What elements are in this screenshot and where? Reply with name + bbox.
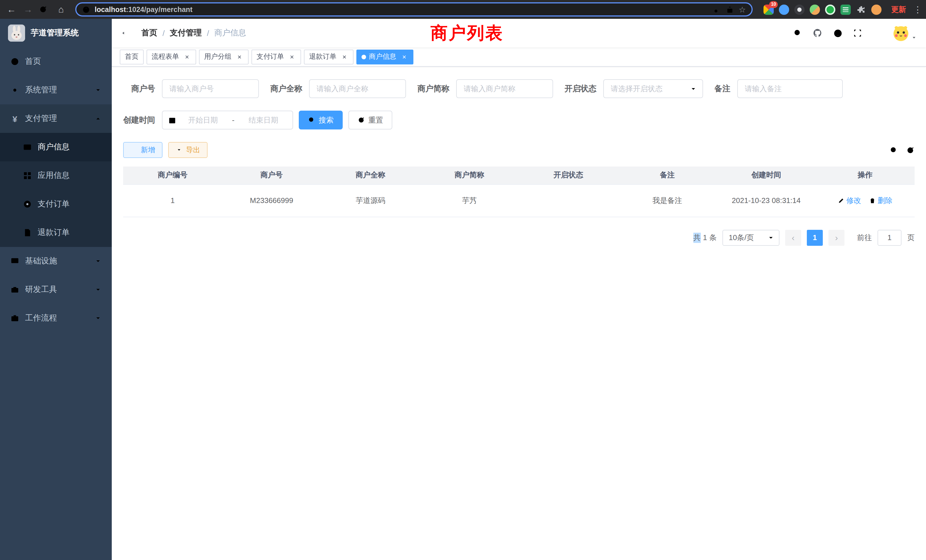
breadcrumb-home[interactable]: 首页 xyxy=(141,28,157,38)
browser-home-button[interactable]: ⌂ xyxy=(55,5,67,14)
chevron-down-icon xyxy=(690,85,697,92)
avatar[interactable] xyxy=(892,24,909,42)
user-menu[interactable] xyxy=(892,24,917,42)
sidebar-item-infrastructure[interactable]: 基础设施 xyxy=(0,247,112,275)
tab-home[interactable]: 首页 xyxy=(120,49,144,64)
close-icon[interactable]: × xyxy=(236,53,244,61)
close-icon[interactable]: × xyxy=(340,53,348,61)
url-host: localhost xyxy=(95,5,126,14)
browser-forward-button[interactable]: → xyxy=(22,5,34,14)
close-icon[interactable]: × xyxy=(183,53,191,61)
bookmark-star-icon[interactable]: ☆ xyxy=(739,5,746,14)
calendar-icon xyxy=(168,116,176,124)
address-bar[interactable]: localhost:1024/pay/merchant ☆ xyxy=(75,2,753,17)
remark-field: 备注 xyxy=(714,79,843,98)
full-name-field: 商户全称 xyxy=(270,79,406,98)
sidebar-item-label: 退款订单 xyxy=(38,227,70,238)
tab-label: 支付订单 xyxy=(257,52,284,62)
sidebar-item-refund-orders[interactable]: 退款订单 xyxy=(0,218,112,247)
sidebar-item-system[interactable]: 系统管理 xyxy=(0,76,112,104)
extension-badge: 10 xyxy=(769,1,778,8)
table-row: 1 M233666999 芋道源码 芋艿 我是备注 2021-10-23 08:… xyxy=(123,184,915,217)
tab-pay-orders[interactable]: 支付订单× xyxy=(251,49,301,64)
create-time-range-picker[interactable]: 开始日期 - 结束日期 xyxy=(162,110,293,129)
prev-page-button[interactable]: ‹ xyxy=(785,230,801,245)
sidebar-toggle-icon[interactable] xyxy=(121,28,131,38)
cell-create-time: 2021-10-23 08:31:14 xyxy=(717,184,816,217)
extension-blue-icon[interactable] xyxy=(779,4,789,15)
current-page-button[interactable]: 1 xyxy=(807,230,823,245)
pagination: 共 1 条 10条/页 ‹ 1 › 前往 页 xyxy=(123,230,915,245)
sidebar-item-app-info[interactable]: 应用信息 xyxy=(0,161,112,190)
sidebar-item-payment[interactable]: ¥ 支付管理 xyxy=(0,104,112,133)
status-select[interactable]: 请选择开启状态 xyxy=(603,79,703,98)
next-page-button[interactable]: › xyxy=(829,230,844,245)
sidebar-item-pay-orders[interactable]: 支付订单 xyxy=(0,190,112,218)
chevron-down-icon xyxy=(95,315,101,322)
goto-page-input[interactable] xyxy=(878,230,902,245)
filter-row-2: 创建时间 开始日期 - 结束日期 搜索 重置 xyxy=(123,110,915,129)
tab-merchant-info[interactable]: 商户信息× xyxy=(356,49,413,64)
remark-input[interactable] xyxy=(737,79,843,98)
extension-avatar-icon[interactable] xyxy=(809,4,820,15)
close-icon[interactable]: × xyxy=(400,53,408,61)
document-icon xyxy=(23,228,32,237)
refresh-table-icon[interactable] xyxy=(906,146,915,154)
short-name-input[interactable] xyxy=(456,79,553,98)
table-toolbar-right xyxy=(890,146,915,154)
tab-refund-orders[interactable]: 退款订单× xyxy=(304,49,354,64)
search-icon[interactable] xyxy=(793,29,802,38)
sidebar-item-label: 商户信息 xyxy=(38,142,70,152)
add-button[interactable]: 新增 xyxy=(123,142,162,158)
extensions-puzzle-icon[interactable] xyxy=(856,4,866,15)
help-icon[interactable] xyxy=(833,28,843,38)
page-size-select[interactable]: 10条/页 xyxy=(722,230,779,245)
site-info-icon[interactable] xyxy=(82,5,90,14)
extension-apps-icon[interactable]: 10 xyxy=(764,4,774,15)
logo[interactable]: 芋道管理系统 xyxy=(0,19,112,47)
toggle-search-icon[interactable] xyxy=(890,146,898,154)
tags-view: 首页 流程表单× 用户分组× 支付订单× 退款订单× 商户信息× xyxy=(112,47,926,67)
sidebar-item-workflow[interactable]: 工作流程 xyxy=(0,304,112,333)
extension-green-icon[interactable] xyxy=(825,4,835,15)
breadcrumb-separator: / xyxy=(207,29,209,38)
breadcrumb-separator: / xyxy=(162,29,165,38)
sidebar-item-home[interactable]: 首页 xyxy=(0,47,112,76)
extension-docs-icon[interactable] xyxy=(840,4,851,15)
profile-avatar-icon[interactable] xyxy=(871,4,882,15)
sidebar-item-merchant-info[interactable]: 商户信息 xyxy=(0,133,112,161)
tab-label: 退款订单 xyxy=(309,52,336,62)
edit-link[interactable]: 修改 xyxy=(838,195,861,206)
share-icon[interactable] xyxy=(726,5,734,14)
tab-process-form[interactable]: 流程表单× xyxy=(147,49,196,64)
full-name-label: 商户全称 xyxy=(270,83,302,94)
full-name-input[interactable] xyxy=(309,79,406,98)
fullscreen-icon[interactable] xyxy=(853,29,862,38)
chevron-up-icon xyxy=(95,115,101,122)
browser-back-button[interactable]: ← xyxy=(6,5,17,14)
reset-button[interactable]: 重置 xyxy=(348,110,392,129)
breadcrumb-payment[interactable]: 支付管理 xyxy=(170,28,202,38)
merchant-no-input[interactable] xyxy=(162,79,259,98)
font-size-icon[interactable] xyxy=(872,28,882,38)
sidebar-item-devtools[interactable]: 研发工具 xyxy=(0,275,112,304)
tab-label: 流程表单 xyxy=(152,52,179,62)
browser-menu-button[interactable]: ⋮ xyxy=(914,4,920,15)
column-create-time: 创建时间 xyxy=(717,166,816,184)
table-header-row: 商户编号 商户号 商户全称 商户简称 开启状态 备注 创建时间 操作 xyxy=(123,166,915,184)
search-button[interactable]: 搜索 xyxy=(299,110,343,129)
delete-link[interactable]: 删除 xyxy=(869,195,893,206)
browser-refresh-button[interactable] xyxy=(39,5,50,14)
chevron-down-icon xyxy=(95,258,101,265)
tab-label: 商户信息 xyxy=(369,52,396,62)
export-button[interactable]: 导出 xyxy=(168,142,207,158)
column-merchant-no: 商户号 xyxy=(222,166,321,184)
browser-update-button[interactable]: 更新 xyxy=(891,4,906,15)
password-key-icon[interactable] xyxy=(714,5,722,14)
close-icon[interactable]: × xyxy=(288,53,296,61)
remark-label: 备注 xyxy=(714,83,731,94)
github-icon[interactable] xyxy=(813,28,823,38)
extension-dark-icon[interactable] xyxy=(794,4,805,15)
page-unit-label: 页 xyxy=(907,232,915,243)
tab-user-group[interactable]: 用户分组× xyxy=(199,49,249,64)
